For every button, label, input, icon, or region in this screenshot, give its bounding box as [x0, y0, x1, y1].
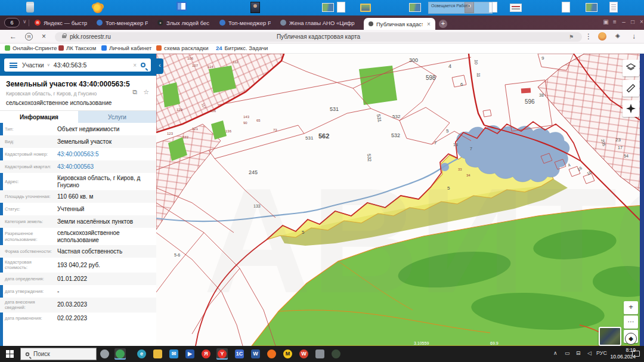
search-bar[interactable]: Участки ∨ 43:40:563:5 × — [4, 58, 151, 72]
parcel-number-label: 562 — [318, 132, 329, 140]
language-indicator[interactable]: РУС — [596, 350, 607, 356]
clear-search-icon[interactable]: × — [133, 62, 137, 69]
map-canvas[interactable]: 3005984610119596385315625315315325325325… — [156, 54, 644, 346]
search-icon[interactable] — [141, 63, 145, 67]
printer-taskbar-icon[interactable] — [314, 348, 326, 360]
movies-taskbar-icon[interactable]: ▶ — [184, 348, 196, 360]
tab-label: Топ-менеджер РЖД займ — [106, 20, 148, 26]
explorer-glyph — [153, 349, 162, 358]
word-desktop-icon[interactable] — [337, 2, 345, 13]
row-value[interactable]: 43:40:000563:5 — [57, 151, 156, 158]
firefox-taskbar-icon[interactable] — [266, 348, 277, 360]
back-button[interactable]: ← — [10, 32, 17, 41]
avatar[interactable] — [598, 32, 606, 41]
measure-button[interactable] — [623, 80, 639, 97]
yandex-search-taskbar-icon[interactable]: Я — [200, 348, 212, 360]
display-tray-icon[interactable]: ▭ — [565, 350, 570, 356]
extension-icon[interactable]: ◈ — [615, 32, 620, 39]
photo-desktop-icon[interactable] — [409, 3, 421, 12]
tab-favicon: Я — [35, 20, 41, 26]
locate-button[interactable] — [623, 100, 639, 117]
tab-услуги[interactable]: Услуги — [78, 111, 156, 123]
word-taskbar-icon[interactable]: W — [250, 348, 261, 360]
doc-desktop-icon[interactable] — [609, 2, 618, 13]
tab-label: Жена главы АНО «Цифр — [289, 20, 355, 26]
menu-bars-icon[interactable]: ≡ — [610, 18, 620, 25]
win-desktop-icon[interactable] — [177, 2, 187, 11]
result-actions: ⧉ ☆ — [132, 88, 149, 96]
chevron-down-icon[interactable]: ∨ — [47, 63, 50, 67]
person-desktop-icon[interactable] — [250, 2, 260, 13]
tab-active-pkk[interactable]: Публичная кадастров × — [364, 18, 435, 30]
bookmark-4[interactable]: 24Битрикс. Задачи — [216, 45, 268, 51]
edge-taskbar-icon[interactable]: e — [136, 348, 147, 360]
bookmark-1[interactable]: ЛК Такском — [58, 45, 96, 51]
browser-tab-3[interactable]: Топ-менеджер РЖД займ — [216, 16, 274, 30]
panel-icon[interactable]: ▣ — [601, 18, 611, 25]
basemap-thumbnail[interactable] — [599, 327, 621, 346]
folderphoto-desktop-icon[interactable] — [360, 4, 371, 12]
browser-tab-0[interactable]: ЯЯндекс — быстрый поиск — [31, 16, 91, 30]
preview-icon[interactable]: ⧉ — [132, 88, 137, 96]
stop-button[interactable]: × — [42, 32, 46, 41]
row-value[interactable]: 43:40:000563 — [57, 163, 156, 171]
luggage-taskbar-icon[interactable] — [99, 348, 110, 360]
bookmark-3[interactable]: схема раскладки — [156, 45, 209, 51]
sidebar-collapse-button[interactable]: ‹ — [156, 58, 163, 74]
close-button[interactable]: × — [637, 18, 644, 25]
mail-taskbar-icon[interactable]: ✉ — [168, 348, 179, 360]
zoom-in-button[interactable]: + — [624, 301, 638, 314]
notification-center-icon[interactable] — [632, 351, 640, 357]
parcel-number-label: 23 — [615, 137, 621, 143]
browser-tab-2[interactable]: +Злых людей бес одевает — [154, 16, 213, 30]
minimize-button[interactable]: – — [619, 18, 628, 25]
bookmark-icon — [156, 45, 162, 51]
photo-desktop-icon[interactable] — [322, 3, 334, 12]
bookmark-flag-icon[interactable]: ⚑ — [569, 34, 574, 40]
chevron-down-icon[interactable]: ∨ — [23, 18, 27, 24]
volume-icon[interactable]: ◁ — [587, 350, 592, 356]
address-bar[interactable]: pkk.rosreestr.ru Публичная кадастровая к… — [55, 32, 582, 42]
yandex-browser-taskbar-icon[interactable]: Y — [216, 348, 228, 360]
bookmark-0[interactable]: Онлайн-Спринте — [5, 45, 57, 51]
word-glyph: W — [251, 349, 260, 358]
taskbar-search[interactable]: Поиск — [20, 348, 97, 360]
info-row-5: Площадь уточненная:110 660 кв. м — [0, 190, 156, 203]
download-icon[interactable]: ↓ — [632, 32, 636, 41]
w-app-taskbar-icon[interactable]: W — [298, 348, 309, 360]
layers-button[interactable] — [623, 60, 639, 76]
zoom-more-button[interactable]: ⋯ — [624, 315, 638, 329]
menu-burger-icon[interactable] — [10, 63, 17, 68]
maximize-button[interactable]: □ — [628, 18, 637, 25]
compass-button[interactable]: ◆ — [625, 333, 637, 345]
parcel-number-label: 6 — [460, 82, 463, 87]
yandex-services-icon[interactable]: Я — [25, 33, 33, 41]
tab-counter[interactable]: 6 — [4, 18, 20, 27]
bookmark-2[interactable]: Личный кабинет — [101, 45, 151, 51]
new-tab-button[interactable]: + — [439, 20, 447, 28]
start-button[interactable] — [6, 350, 14, 358]
explorer-taskbar-icon[interactable] — [152, 348, 163, 360]
search-input[interactable]: 43:40:563:5 — [54, 61, 133, 69]
search-category[interactable]: Участки — [22, 62, 44, 69]
photo-desktop-icon[interactable] — [586, 3, 597, 12]
hidden-icons-chevron[interactable]: ∧ — [553, 350, 558, 356]
favorite-star-icon[interactable]: ☆ — [143, 88, 149, 96]
apps-tray-icon[interactable]: ⊟ — [576, 350, 581, 356]
menu-icon[interactable]: ⋮ — [585, 32, 592, 41]
tab-информация[interactable]: Информация — [0, 111, 78, 123]
1c-taskbar-icon[interactable]: 1С — [234, 348, 245, 360]
bookmark-label: Онлайн-Спринте — [13, 45, 57, 51]
paw-desktop-icon[interactable] — [93, 4, 103, 13]
bin-desktop-icon[interactable] — [26, 2, 34, 13]
maps-taskbar-icon[interactable] — [114, 348, 126, 360]
bookmark-label: схема раскладки — [164, 45, 209, 51]
browser-tab-4[interactable]: Жена главы АНО «Цифр — [277, 16, 360, 30]
area-label: 69.9 — [490, 341, 499, 345]
game-taskbar-icon[interactable] — [330, 348, 342, 360]
word-desktop-icon[interactable] — [562, 2, 570, 13]
close-tab-icon[interactable]: × — [427, 21, 431, 27]
kassa-desktop-icon[interactable] — [510, 4, 522, 12]
mir-taskbar-icon[interactable]: M — [282, 348, 293, 360]
browser-tab-1[interactable]: Топ-менеджер РЖД займ — [93, 16, 151, 30]
